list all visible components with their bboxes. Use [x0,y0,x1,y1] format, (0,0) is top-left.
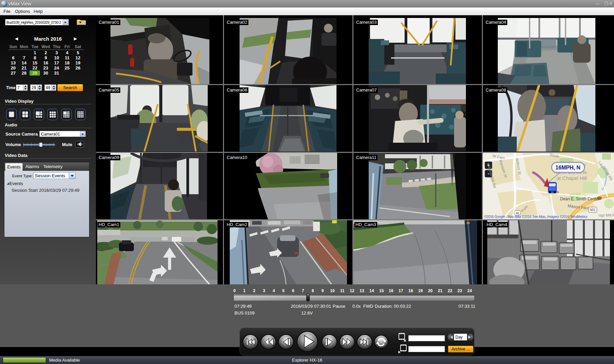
svg-text:86: 86 [516,211,519,215]
svg-text:©2016 Google - Map data ©2016: ©2016 Google - Map data ©2016 Tele Atlas… [484,215,588,219]
svg-text:16MPH, N: 16MPH, N [555,165,580,170]
svg-text:at Chapel Hill: at Chapel Hill [556,175,587,181]
svg-text:501: 501 [590,208,596,212]
svg-text:Dean E. Smith Center: Dean E. Smith Center [560,197,600,201]
svg-text:ngs Mill Rd: ngs Mill Rd [599,213,614,217]
